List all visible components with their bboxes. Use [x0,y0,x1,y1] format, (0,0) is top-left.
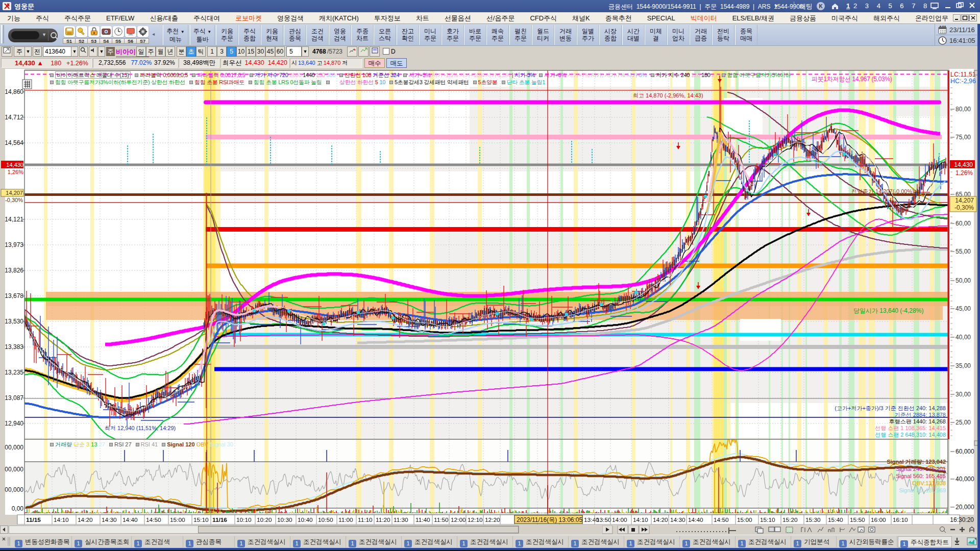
svg-text:11:40: 11:40 [415,516,430,523]
svg-text:11:00: 11:00 [338,516,353,523]
svg-text:14:10: 14:10 [54,516,69,523]
svg-text:13:50: 13:50 [596,516,611,523]
svg-text:14:10: 14:10 [633,516,648,523]
svg-text:14:30: 14:30 [670,516,685,523]
svg-text:11:10: 11:10 [358,516,373,523]
svg-text:55,00: 55,00 [955,248,971,255]
svg-text:15:00: 15:00 [737,516,752,523]
svg-text:HC:-2,96: HC:-2,96 [950,78,976,85]
svg-text:14,430: 14,430 [954,161,973,168]
svg-text:2023/11/16(목) 13:06:05: 2023/11/16(목) 13:06:05 [517,516,583,523]
svg-text:14,564: 14,564 [5,139,23,146]
svg-text:12:00: 12:00 [451,516,466,523]
svg-text:14,121: 14,121 [5,216,23,223]
svg-text:60,00: 60,00 [955,220,971,227]
svg-text:35,00: 35,00 [955,362,971,369]
svg-text:14:40: 14:40 [122,516,138,523]
svg-text:16:00: 16:00 [871,516,886,523]
svg-text:00,000: 00,000 [5,444,23,451]
svg-text:15:10: 15:10 [760,516,775,523]
svg-text:15:00: 15:00 [170,516,185,523]
svg-text:60,000: 60,000 [955,448,974,455]
svg-text:14:50: 14:50 [146,516,161,523]
svg-text:-0,30%: -0,30% [5,197,23,203]
svg-text:10:20: 10:20 [257,516,272,523]
svg-text:10:40: 10:40 [298,516,313,523]
svg-text:11/15: 11/15 [26,516,41,523]
svg-text:45,00: 45,00 [955,305,971,312]
svg-text:11:50: 11:50 [434,516,449,523]
svg-text:40,000: 40,000 [955,475,974,483]
svg-text:13,530: 13,530 [5,318,23,325]
svg-text:15:30: 15:30 [805,516,821,523]
svg-text:14:20: 14:20 [653,516,668,523]
svg-text:14:00: 14:00 [612,516,627,523]
svg-text:11:20: 11:20 [376,516,390,523]
svg-text:16:30:20: 16:30:20 [950,516,974,523]
svg-text:10:50: 10:50 [318,516,333,523]
svg-text:15:40: 15:40 [828,516,843,523]
svg-text:50,00: 50,00 [955,277,971,284]
svg-text:14:20: 14:20 [78,516,93,523]
svg-text:13,087: 13,087 [5,394,23,402]
svg-text:25,00: 25,00 [955,419,971,426]
svg-text:15:50: 15:50 [850,516,865,523]
svg-text:14:30: 14:30 [102,516,117,523]
svg-text:75,00: 75,00 [955,134,971,141]
svg-text:00,000: 00,000 [5,486,23,493]
svg-text:0,00: 0,00 [12,505,24,512]
svg-text:12:20: 12:20 [485,516,500,523]
svg-text:80,00: 80,00 [955,106,971,113]
svg-text:14,712: 14,712 [5,114,23,121]
svg-text:00,000: 00,000 [5,466,23,473]
svg-text:12,940: 12,940 [5,420,23,427]
svg-text:14:40: 14:40 [688,516,703,523]
svg-text:13,678: 13,678 [5,292,23,299]
svg-text:14,430: 14,430 [6,162,23,168]
svg-text:1,26%: 1,26% [8,169,23,175]
svg-text:13,973: 13,973 [5,241,23,248]
svg-text:20,000: 20,000 [955,504,974,511]
svg-text:14,207: 14,207 [955,197,974,204]
svg-text:13,235: 13,235 [5,369,23,376]
svg-text:16:10: 16:10 [893,516,908,523]
svg-text:-0,30%: -0,30% [954,204,974,211]
svg-text:11:30: 11:30 [394,516,408,523]
svg-text:13,383: 13,383 [5,343,23,350]
svg-text:10:10: 10:10 [236,516,252,523]
svg-text:15:10: 15:10 [193,516,209,523]
svg-text:11/16: 11/16 [212,516,227,523]
svg-text:30,00: 30,00 [955,391,971,398]
svg-text:15:20: 15:20 [782,516,798,523]
svg-text:12:10: 12:10 [468,516,483,523]
svg-text:LC:11,51: LC:11,51 [950,71,976,78]
svg-text:10:30: 10:30 [277,516,292,523]
svg-text:13,826: 13,826 [5,267,23,274]
svg-text:14:50: 14:50 [714,516,729,523]
svg-text:1,26%: 1,26% [955,169,973,177]
svg-text:14,207: 14,207 [6,190,23,196]
svg-text:14,860: 14,860 [5,88,23,95]
svg-text:40,00: 40,00 [955,334,971,341]
